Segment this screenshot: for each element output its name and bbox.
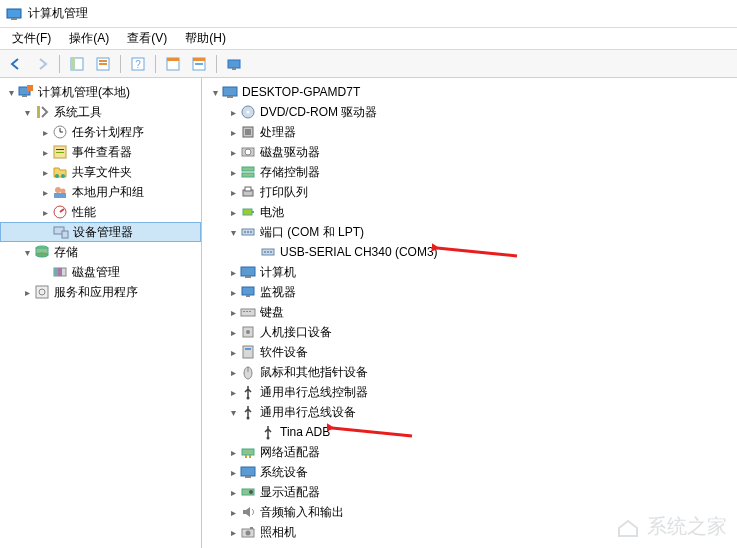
back-button[interactable]: [4, 53, 28, 75]
device-print-queues[interactable]: ▸ 打印队列: [202, 182, 737, 202]
expander-icon[interactable]: ▸: [226, 325, 240, 339]
expander-icon[interactable]: ▸: [38, 125, 52, 139]
svg-point-61: [270, 251, 272, 253]
device-hid[interactable]: ▸ 人机接口设备: [202, 322, 737, 342]
refresh-button[interactable]: [222, 53, 246, 75]
tree-shared-folders[interactable]: ▸ 共享文件夹: [0, 162, 201, 182]
tree-system-tools[interactable]: ▾ 系统工具: [0, 102, 201, 122]
device-keyboards[interactable]: ▸ 键盘: [202, 302, 737, 322]
device-mice[interactable]: ▸ 鼠标和其他指针设备: [202, 362, 737, 382]
svg-rect-53: [252, 211, 254, 213]
expander-icon[interactable]: ▸: [226, 385, 240, 399]
menu-actions[interactable]: 操作(A): [61, 28, 117, 49]
svg-rect-5: [99, 60, 107, 62]
device-processors[interactable]: ▸ 处理器: [202, 122, 737, 142]
menu-file[interactable]: 文件(F): [4, 28, 59, 49]
device-label: 人机接口设备: [260, 324, 332, 341]
expander-icon[interactable]: ▸: [226, 345, 240, 359]
svg-rect-22: [56, 149, 64, 150]
device-disk-drives[interactable]: ▸ 磁盘驱动器: [202, 142, 737, 162]
device-label: 系统设备: [260, 464, 308, 481]
device-network-adapters[interactable]: ▸ 网络适配器: [202, 442, 737, 462]
svg-rect-12: [193, 58, 205, 61]
tree-disk-management[interactable]: 磁盘管理: [0, 262, 201, 282]
expander-icon[interactable]: ▸: [38, 145, 52, 159]
task-scheduler-icon: [52, 124, 68, 140]
expander-icon[interactable]: ▸: [226, 445, 240, 459]
expander-icon[interactable]: ▸: [226, 205, 240, 219]
expander-icon[interactable]: ▸: [226, 125, 240, 139]
tree-label: 磁盘管理: [72, 264, 120, 281]
usb-device-icon: [240, 404, 256, 420]
svg-rect-52: [243, 209, 252, 215]
expander-icon[interactable]: ▸: [226, 105, 240, 119]
forward-button[interactable]: [30, 53, 54, 75]
device-storage-controllers[interactable]: ▸ 存储控制器: [202, 162, 737, 182]
device-label: 处理器: [260, 124, 296, 141]
device-usb-devices[interactable]: ▾ 通用串行总线设备: [202, 402, 737, 422]
device-label: USB-SERIAL CH340 (COM3): [280, 245, 438, 259]
expander-icon[interactable]: ▸: [38, 185, 52, 199]
expander-icon[interactable]: ▸: [226, 145, 240, 159]
device-dvd[interactable]: ▸ DVD/CD-ROM 驱动器: [202, 102, 737, 122]
expander-icon[interactable]: ▾: [20, 245, 34, 259]
device-ports-usbserial[interactable]: USB-SERIAL CH340 (COM3): [202, 242, 737, 262]
menu-help[interactable]: 帮助(H): [177, 28, 234, 49]
svg-rect-1: [11, 18, 17, 20]
menu-view[interactable]: 查看(V): [119, 28, 175, 49]
view-toggle2-button[interactable]: [187, 53, 211, 75]
expander-icon[interactable]: ▾: [226, 405, 240, 419]
svg-rect-10: [167, 58, 179, 61]
svg-rect-81: [249, 455, 251, 458]
expander-icon[interactable]: ▾: [20, 105, 34, 119]
expander-icon[interactable]: ▸: [226, 485, 240, 499]
device-system-devices[interactable]: ▸ 系统设备: [202, 462, 737, 482]
expander-icon[interactable]: ▾: [208, 85, 222, 99]
device-batteries[interactable]: ▸ 电池: [202, 202, 737, 222]
toolbar-separator: [120, 55, 121, 73]
tree-device-manager[interactable]: 设备管理器: [0, 222, 201, 242]
device-monitors[interactable]: ▸ 监视器: [202, 282, 737, 302]
help-button[interactable]: ?: [126, 53, 150, 75]
device-root-computer[interactable]: ▾ DESKTOP-GPAMD7T: [202, 82, 737, 102]
expander-icon[interactable]: ▸: [226, 305, 240, 319]
expander-icon[interactable]: ▸: [226, 185, 240, 199]
expander-icon[interactable]: ▸: [38, 165, 52, 179]
expander-icon[interactable]: ▸: [226, 265, 240, 279]
view-toggle-button[interactable]: [161, 53, 185, 75]
expander-icon[interactable]: ▸: [226, 505, 240, 519]
device-label: 监视器: [260, 284, 296, 301]
svg-point-27: [61, 189, 66, 194]
tree-local-users[interactable]: ▸ 本地用户和组: [0, 182, 201, 202]
svg-point-26: [55, 187, 61, 193]
device-label: 计算机: [260, 264, 296, 281]
expander-icon[interactable]: ▸: [226, 365, 240, 379]
device-computers[interactable]: ▸ 计算机: [202, 262, 737, 282]
tree-services-apps[interactable]: ▸ 服务和应用程序: [0, 282, 201, 302]
expander-icon[interactable]: ▸: [226, 525, 240, 539]
disk-drive-icon: [240, 144, 256, 160]
device-display-adapters[interactable]: ▸ 显示适配器: [202, 482, 737, 502]
expander-icon[interactable]: ▾: [4, 85, 18, 99]
expander-icon[interactable]: ▾: [226, 225, 240, 239]
device-label: Tina ADB: [280, 425, 330, 439]
tree-storage[interactable]: ▾ 存储: [0, 242, 201, 262]
tree-event-viewer[interactable]: ▸ 事件查看器: [0, 142, 201, 162]
show-hide-tree-button[interactable]: [65, 53, 89, 75]
monitor-icon: [240, 284, 256, 300]
tree-task-scheduler[interactable]: ▸ 任务计划程序: [0, 122, 201, 142]
properties-button[interactable]: [91, 53, 115, 75]
tree-root-computer-management[interactable]: ▾ 计算机管理(本地): [0, 82, 201, 102]
device-software-devices[interactable]: ▸ 软件设备: [202, 342, 737, 362]
device-ports[interactable]: ▾ 端口 (COM 和 LPT): [202, 222, 737, 242]
expander-icon[interactable]: ▸: [20, 285, 34, 299]
expander-icon[interactable]: ▸: [38, 205, 52, 219]
tree-performance[interactable]: ▸ 性能: [0, 202, 201, 222]
svg-rect-82: [241, 467, 255, 476]
expander-icon[interactable]: ▸: [226, 285, 240, 299]
expander-icon[interactable]: ▸: [226, 165, 240, 179]
expander-icon[interactable]: ▸: [226, 465, 240, 479]
device-usb-controllers[interactable]: ▸ 通用串行总线控制器: [202, 382, 737, 402]
svg-rect-23: [56, 152, 64, 153]
device-usb-tina-adb[interactable]: Tina ADB: [202, 422, 737, 442]
